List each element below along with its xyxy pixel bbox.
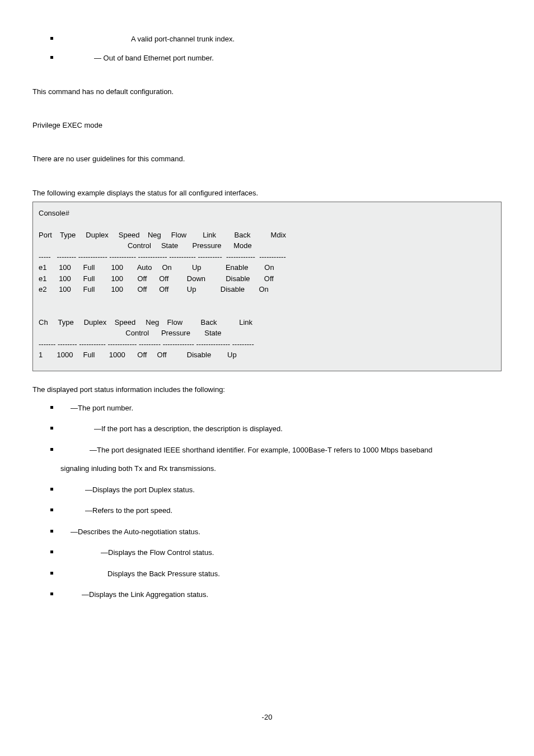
list-item-continuation: signaling inluding both Tx and Rx transm… <box>60 463 502 474</box>
list-item: —If the port has a description, the desc… <box>60 423 502 435</box>
list-item-text: Displays the Back Pressure status. <box>60 568 502 580</box>
body-text: There are no user guidelines for this co… <box>32 154 502 164</box>
list-item: —Displays the port Duplex status. <box>60 484 502 496</box>
list-item-text: —Displays the Flow Control status. <box>60 547 502 558</box>
body-text: This command has no default configuratio… <box>32 87 502 97</box>
list-item-text: —Displays the port Duplex status. <box>60 484 502 496</box>
example-intro: The following example displays the statu… <box>32 188 502 198</box>
default-configuration-section: This command has no default configuratio… <box>32 87 502 97</box>
list-item-text: — Out of band Ethernet port number. <box>60 53 502 64</box>
page-number: -20 <box>32 712 502 722</box>
list-item: —Displays the Flow Control status. <box>60 547 502 558</box>
field-descriptions-list: —The port number. —If the port has a des… <box>32 403 502 600</box>
list-item-text: A valid port-channel trunk index. <box>60 34 502 45</box>
list-item: A valid port-channel trunk index. <box>60 34 502 45</box>
list-item-text: —Describes the Auto-negotiation status. <box>60 526 502 538</box>
command-mode-section: Privilege EXEC mode <box>32 120 502 130</box>
list-item-text: —The port number. <box>60 403 502 414</box>
console-prompt: Console# <box>39 209 69 217</box>
list-item: —The port designated IEEE shorthand iden… <box>60 445 502 474</box>
body-text: Privilege EXEC mode <box>32 120 502 130</box>
list-item: —Displays the Link Aggregation status. <box>60 589 502 600</box>
console-pre: Console# Port Type Duplex Speed Neg Flow… <box>39 208 495 361</box>
console-output: Console# Port Type Duplex Speed Neg Flow… <box>32 202 502 371</box>
syntax-arguments-list: A valid port-channel trunk index. — Out … <box>32 34 502 63</box>
user-guidelines-section: There are no user guidelines for this co… <box>32 154 502 164</box>
list-item: —The port number. <box>60 403 502 414</box>
list-item-text: —If the port has a description, the desc… <box>60 423 502 435</box>
list-item-text: —The port designated IEEE shorthand iden… <box>60 445 502 456</box>
list-item: — Out of band Ethernet port number. <box>60 53 502 64</box>
list-item-text: —Refers to the port speed. <box>60 505 502 516</box>
list-item: Displays the Back Pressure status. <box>60 568 502 580</box>
footer-intro: The displayed port status information in… <box>32 385 502 395</box>
list-item: —Describes the Auto-negotiation status. <box>60 526 502 538</box>
list-item: —Refers to the port speed. <box>60 505 502 516</box>
list-item-text: —Displays the Link Aggregation status. <box>60 589 502 600</box>
